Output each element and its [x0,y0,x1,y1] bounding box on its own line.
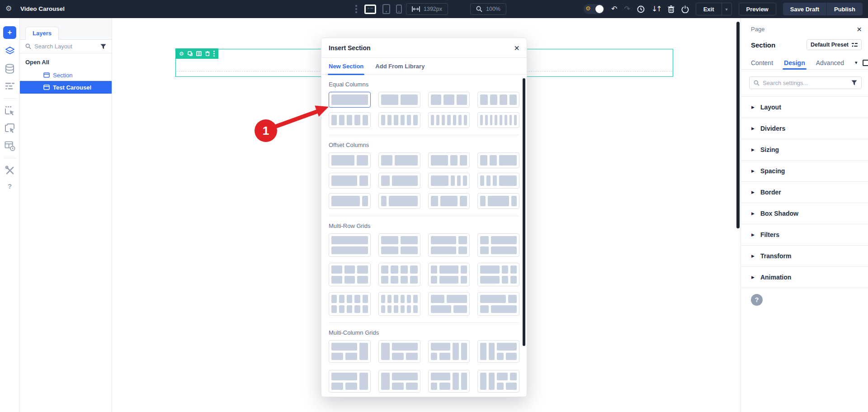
canvas-width-control[interactable]: 1392px [406,3,448,15]
layout-option[interactable] [378,263,420,286]
layout-option[interactable] [329,112,371,128]
layout-option[interactable] [477,112,519,128]
accordion-item-box-shadow[interactable]: ▶Box Shadow [741,203,868,224]
trash-icon[interactable] [668,5,675,13]
selector-global-icon[interactable] [5,123,15,134]
database-icon[interactable] [5,63,15,74]
layout-option[interactable] [329,370,371,393]
accordion-item-filters[interactable]: ▶Filters [741,224,868,246]
modal-close-icon[interactable]: × [514,43,519,52]
desktop-breakpoint-icon[interactable] [364,4,377,14]
import-export-icon[interactable]: ↓↑ [651,5,661,13]
layout-option[interactable] [329,263,371,286]
layout-option[interactable] [329,152,371,168]
preview-button[interactable]: Preview [739,3,776,15]
duplicate-icon[interactable] [188,51,193,56]
accordion-item-transform[interactable]: ▶Transform [741,246,868,267]
tab-design[interactable]: Design [784,56,805,69]
layout-option[interactable] [428,370,470,393]
layout-option[interactable] [428,292,470,316]
layout-option[interactable] [378,340,420,363]
layout-option[interactable] [329,173,371,189]
layout-option[interactable] [378,173,420,189]
filter-funnel-icon[interactable] [100,44,106,49]
breakpoint-rect-icon[interactable] [863,60,868,66]
builder-settings-gear-icon[interactable]: ⚙ [5,4,12,13]
selector-element-icon[interactable] [5,105,15,116]
accordion-item-border[interactable]: ▶Border [741,182,868,203]
layout-option[interactable] [428,173,470,189]
layers-search-input[interactable] [34,43,97,50]
layout-option[interactable] [329,340,371,363]
layout-option[interactable] [329,92,371,108]
tab-add-from-library[interactable]: Add From Library [375,58,425,74]
layout-option[interactable] [477,233,519,257]
layout-option[interactable] [428,92,470,108]
delete-icon[interactable] [205,51,210,56]
accordion-item-layout[interactable]: ▶Layout [741,97,868,118]
layout-option[interactable] [378,292,420,316]
section-more-dots-icon[interactable] [213,51,215,57]
layout-option[interactable] [428,193,470,209]
layout-option[interactable] [477,173,519,189]
layer-item-test-carousel[interactable]: Test Carousel [20,81,112,94]
undo-icon[interactable]: ↶ [611,5,617,13]
layout-option[interactable] [378,152,420,168]
layout-option[interactable] [477,340,519,363]
modal-scrollbar[interactable] [523,78,525,346]
layout-option[interactable] [378,193,420,209]
layout-option[interactable] [378,233,420,257]
section-settings-gear-icon[interactable]: ⚙ [179,51,184,57]
publish-button[interactable]: Publish [827,3,863,15]
layout-option[interactable] [428,263,470,286]
layer-item-section[interactable]: Section [20,69,112,81]
tools-icon[interactable] [5,165,15,176]
filter-funnel-icon[interactable] [851,80,857,85]
layout-option[interactable] [329,193,371,209]
panel-help-badge[interactable]: ? [751,294,763,306]
open-all-button[interactable]: Open All [20,53,112,69]
structure-rows-icon[interactable] [5,81,15,92]
exit-button[interactable]: Exit ▾ [696,3,732,15]
columns-icon[interactable] [196,51,202,56]
tablet-breakpoint-icon[interactable] [380,4,392,14]
layout-option[interactable] [428,233,470,257]
save-draft-button[interactable]: Save Draft [783,3,826,15]
layout-option[interactable] [378,370,420,393]
layout-option[interactable] [477,92,519,108]
tabs-dropdown-caret[interactable]: ▾ [855,60,858,66]
tab-advanced[interactable]: Advanced [816,56,844,69]
accordion-item-dividers[interactable]: ▶Dividers [741,118,868,139]
tab-layers[interactable]: Layers [25,27,59,40]
exit-dropdown-caret[interactable]: ▾ [722,3,731,15]
layout-option[interactable] [378,112,420,128]
design-mode-toggle[interactable]: ⚙ [584,4,604,14]
accordion-item-spacing[interactable]: ▶Spacing [741,161,868,182]
layout-option[interactable] [477,292,519,316]
table-history-icon[interactable] [5,141,15,152]
layers-icon[interactable] [5,46,15,57]
add-element-button[interactable]: + [3,26,16,39]
layout-option[interactable] [477,263,519,286]
settings-search-input[interactable] [763,80,848,86]
tab-new-section[interactable]: New Section [329,58,363,74]
layout-option[interactable] [428,112,470,128]
canvas-zoom-control[interactable]: 100% [470,3,506,15]
redo-icon[interactable]: ↷ [624,5,630,13]
panel-close-icon[interactable]: × [857,25,862,33]
accordion-item-animation[interactable]: ▶Animation [741,267,868,288]
layout-option[interactable] [477,370,519,393]
layout-option[interactable] [428,340,470,363]
breakpoint-menu-dots-icon[interactable] [355,5,357,13]
layout-option[interactable] [477,152,519,168]
layout-option[interactable] [428,152,470,168]
history-clock-icon[interactable] [637,5,645,13]
layout-option[interactable] [329,233,371,257]
tab-content[interactable]: Content [751,56,773,69]
right-panel-scrollbar[interactable] [736,22,740,228]
default-preset-button[interactable]: Default Preset [807,39,862,50]
accordion-item-sizing[interactable]: ▶Sizing [741,139,868,161]
layout-option[interactable] [329,292,371,316]
layout-option[interactable] [378,92,420,108]
power-icon[interactable] [681,5,689,13]
